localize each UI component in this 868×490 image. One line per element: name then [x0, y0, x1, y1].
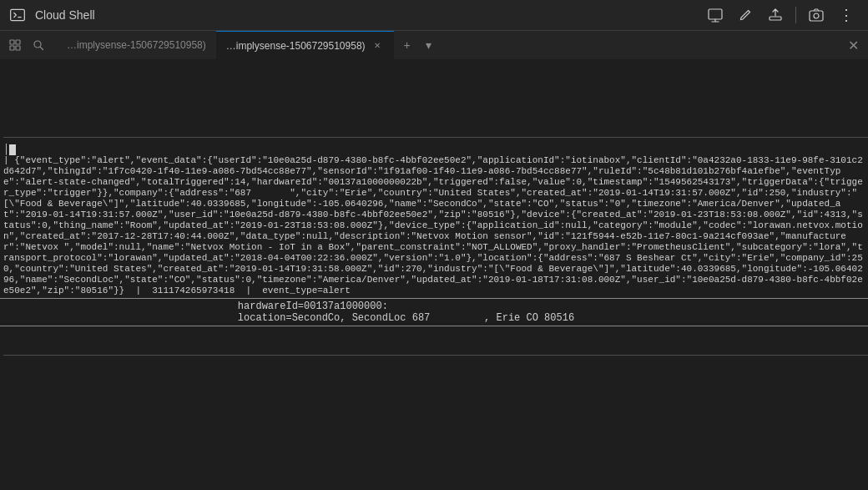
cloud-shell-icon	[8, 6, 27, 24]
tab-add-actions: + ▾	[397, 35, 439, 55]
svg-rect-9	[16, 46, 20, 50]
tab-2-label: …implysense-1506729510958)	[226, 40, 366, 52]
tab-search-btn[interactable]	[27, 33, 50, 57]
svg-point-10	[34, 41, 41, 48]
svg-rect-8	[10, 46, 14, 50]
separator-line-2: ────────────────────────────────────────…	[0, 350, 868, 361]
empty-line-2	[0, 73, 868, 85]
empty-line-5	[0, 109, 868, 120]
monitor-icon-btn[interactable]	[702, 2, 729, 28]
close-panel-btn[interactable]: ✕	[841, 33, 865, 57]
empty-line-4	[0, 97, 868, 109]
more-icon-btn[interactable]: ⋮	[833, 2, 860, 28]
bottom-info-content: hardwareId=00137a1000000: location=Secon…	[0, 298, 868, 326]
tab-2-close-btn[interactable]: ✕	[371, 39, 384, 53]
tabs-container: …implysense-1506729510958) …implysense-1…	[57, 31, 841, 60]
separator-line-1: ────────────────────────────────────────…	[0, 132, 868, 144]
app-title: Cloud Shell	[35, 8, 702, 22]
empty-line-6	[0, 120, 868, 132]
title-bar-actions: ⋮	[702, 2, 860, 28]
new-tab-btn[interactable]: +	[397, 35, 417, 55]
tab-bar-left	[3, 33, 50, 57]
empty-line-1	[0, 62, 868, 73]
bottom-info-box: hardwareId=00137a1000000: location=Secon…	[0, 298, 868, 326]
empty-line-7	[0, 326, 868, 338]
svg-rect-3	[770, 17, 781, 20]
svg-rect-6	[10, 40, 14, 44]
tab-dropdown-btn[interactable]: ▾	[419, 35, 439, 55]
json-output-line: | {"event_type":"alert","event_data":{"u…	[0, 155, 868, 296]
empty-line-8	[0, 338, 868, 350]
bottom-info-line-2: location=SecondCo, SecondLoc 687 , Erie …	[3, 312, 865, 324]
svg-point-5	[814, 13, 819, 18]
title-bar: Cloud Shell ⋮	[0, 0, 868, 31]
separator	[795, 7, 796, 23]
cursor-line: │	[0, 144, 868, 155]
svg-rect-7	[16, 40, 20, 44]
empty-line-3	[0, 85, 868, 97]
tab-1[interactable]: …implysense-1506729510958)	[57, 31, 216, 60]
camera-icon-btn[interactable]	[803, 2, 830, 28]
terminal-cursor	[9, 144, 16, 155]
tab-bar: …implysense-1506729510958) …implysense-1…	[0, 31, 868, 60]
svg-rect-2	[709, 9, 722, 19]
terminal-area[interactable]: ────────────────────────────────────────…	[0, 60, 868, 490]
tab-grid-btn[interactable]	[3, 33, 27, 57]
bottom-info-line-1: hardwareId=00137a1000000:	[3, 301, 865, 312]
tab-2[interactable]: …implysense-1506729510958) ✕	[216, 31, 394, 60]
svg-rect-0	[11, 9, 25, 20]
svg-rect-4	[810, 11, 823, 21]
pencil-icon-btn[interactable]	[732, 2, 759, 28]
more-dots-icon: ⋮	[839, 6, 855, 24]
tab-1-label: …implysense-1506729510958)	[67, 39, 206, 51]
upload-icon-btn[interactable]	[762, 2, 789, 28]
